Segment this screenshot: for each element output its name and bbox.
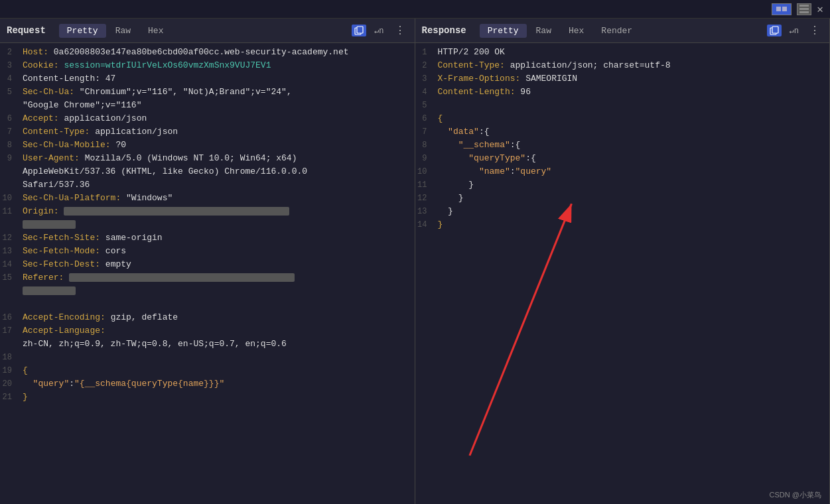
code-line: 18 bbox=[0, 351, 415, 364]
code-line: Safari/537.36 bbox=[0, 178, 415, 192]
request-panel: Request Pretty Raw Hex ↵n ⋮ 2 Hos bbox=[0, 19, 415, 504]
list-view-icon[interactable] bbox=[797, 3, 811, 15]
request-tabs: Pretty Raw Hex bbox=[59, 24, 172, 38]
code-line: 12 } bbox=[415, 192, 830, 205]
response-panel: Response Pretty Raw Hex Render ↵n ⋮ bbox=[415, 19, 831, 504]
code-line: 17 Accept-Language: bbox=[0, 324, 415, 338]
code-line: AppleWebKit/537.36 (KHTML, like Gecko) C… bbox=[0, 165, 415, 178]
code-line: 10 "name":"query" bbox=[415, 165, 830, 178]
request-more-icon[interactable]: ⋮ bbox=[392, 23, 408, 38]
code-line: 20 "query":"{__schema{queryType{name}}}" bbox=[0, 377, 415, 391]
code-line: 7 "data":{ bbox=[415, 125, 830, 139]
response-newline-icon[interactable]: ↵n bbox=[787, 25, 801, 37]
response-tab-extras: ↵n ⋮ bbox=[767, 23, 823, 38]
tab-request-hex[interactable]: Hex bbox=[140, 24, 171, 38]
response-tabs: Pretty Raw Hex Render bbox=[480, 24, 640, 38]
code-line: 19 { bbox=[0, 364, 415, 377]
tab-response-render[interactable]: Render bbox=[593, 24, 640, 38]
request-tab-extras: ↵n ⋮ bbox=[352, 23, 407, 38]
code-line: 14 } bbox=[415, 218, 830, 231]
request-title: Request bbox=[7, 25, 46, 36]
code-line: 9 "queryType":{ bbox=[415, 152, 830, 165]
code-line: 1 HTTP/2 200 OK bbox=[415, 46, 830, 59]
code-line: 15 Referer: bbox=[0, 271, 415, 284]
code-line: 4 Content-Length: 47 bbox=[0, 72, 415, 86]
code-line: 10 Sec-Ch-Ua-Platform: "Windows" bbox=[0, 192, 415, 205]
request-newline-icon[interactable]: ↵n bbox=[372, 25, 386, 37]
tab-request-raw[interactable]: Raw bbox=[107, 24, 139, 38]
code-line bbox=[0, 218, 415, 231]
code-line: 8 "__schema":{ bbox=[415, 139, 830, 152]
grid-view-icon[interactable] bbox=[772, 3, 792, 15]
code-line: 12 Sec-Fetch-Site: same-origin bbox=[0, 231, 415, 245]
code-line: 16 Accept-Encoding: gzip, deflate bbox=[0, 311, 415, 324]
watermark: CSDN @小菜鸟 bbox=[770, 490, 821, 500]
close-icon[interactable]: ✕ bbox=[817, 3, 823, 16]
tab-response-raw[interactable]: Raw bbox=[528, 24, 559, 38]
code-line: 11 Origin: bbox=[0, 205, 415, 218]
code-line: 7 Content-Type: application/json bbox=[0, 125, 415, 139]
request-header: Request Pretty Raw Hex ↵n ⋮ bbox=[0, 19, 415, 43]
code-line: 2 Content-Type: application/json; charse… bbox=[415, 59, 830, 72]
response-copy-icon[interactable] bbox=[767, 25, 782, 36]
code-line: 11 } bbox=[415, 178, 830, 192]
code-line: 13 } bbox=[415, 205, 830, 218]
code-line bbox=[0, 298, 415, 311]
request-content[interactable]: 2 Host: 0a62008803e147ea80be6cbd00af00cc… bbox=[0, 43, 415, 504]
code-line: zh-CN, zh;q=0.9, zh-TW;q=0.8, en-US;q=0.… bbox=[0, 338, 415, 351]
svg-rect-3 bbox=[772, 27, 778, 33]
code-line: 4 Content-Length: 96 bbox=[415, 86, 830, 99]
code-line: 5 bbox=[415, 99, 830, 112]
top-bar: ✕ bbox=[0, 0, 830, 19]
code-line: "Google Chrome";v="116" bbox=[0, 99, 415, 112]
tab-request-pretty[interactable]: Pretty bbox=[59, 24, 106, 38]
code-line: 5 Sec-Ch-Ua: "Chromium";v="116", "Not)A;… bbox=[0, 86, 415, 99]
code-line: 6 { bbox=[415, 112, 830, 125]
tab-response-hex[interactable]: Hex bbox=[561, 24, 592, 38]
response-title: Response bbox=[422, 25, 466, 36]
response-header: Response Pretty Raw Hex Render ↵n ⋮ bbox=[415, 19, 830, 43]
response-more-icon[interactable]: ⋮ bbox=[807, 23, 823, 38]
code-line: 14 Sec-Fetch-Dest: empty bbox=[0, 258, 415, 271]
code-line: 21 } bbox=[0, 391, 415, 404]
code-line bbox=[0, 284, 415, 298]
response-content[interactable]: 1 HTTP/2 200 OK 2 Content-Type: applicat… bbox=[415, 43, 830, 504]
code-line: 3 Cookie: session=wtdrIUlrVeLxOs60vmzXmS… bbox=[0, 59, 415, 72]
code-line: 3 X-Frame-Options: SAMEORIGIN bbox=[415, 72, 830, 86]
code-line: 8 Sec-Ch-Ua-Mobile: ?0 bbox=[0, 139, 415, 152]
code-line: 2 Host: 0a62008803e147ea80be6cbd00af00cc… bbox=[0, 46, 415, 59]
svg-rect-1 bbox=[357, 27, 363, 33]
main-panels: Request Pretty Raw Hex ↵n ⋮ 2 Hos bbox=[0, 19, 830, 504]
tab-response-pretty[interactable]: Pretty bbox=[480, 24, 527, 38]
svg-line-5 bbox=[469, 204, 571, 456]
code-line: 13 Sec-Fetch-Mode: cors bbox=[0, 245, 415, 258]
code-line: 6 Accept: application/json bbox=[0, 112, 415, 125]
code-line: 9 User-Agent: Mozilla/5.0 (Windows NT 10… bbox=[0, 152, 415, 165]
request-copy-icon[interactable] bbox=[352, 25, 366, 36]
